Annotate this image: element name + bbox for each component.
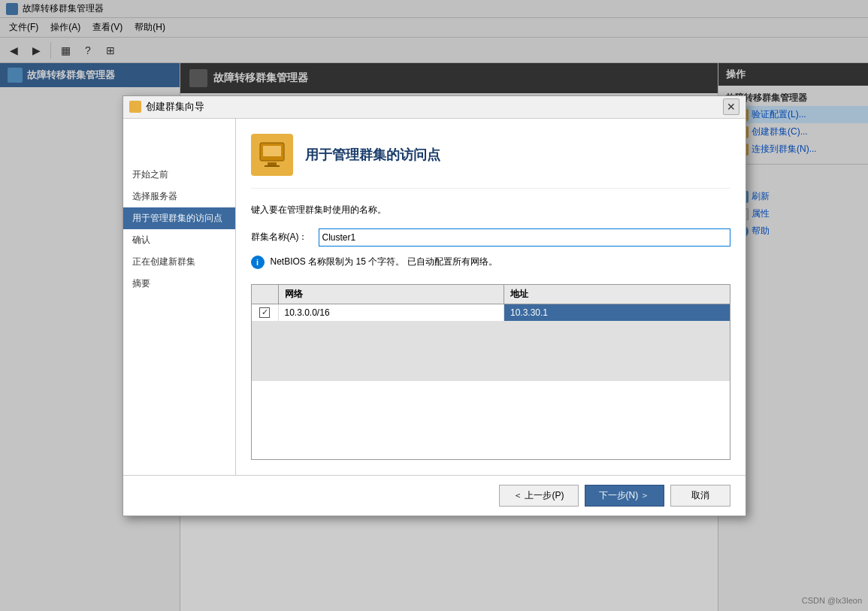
- dialog-titlebar-icon: [129, 101, 141, 113]
- dialog-content-area: 用于管理群集的访问点 键入要在管理群集时使用的名称。 群集名称(A)： i Ne…: [236, 119, 746, 475]
- dialog: 创建群集向导 ✕ 开始之前 选择服务器 用于管理群集的访问点 确认 正在创建新群…: [122, 95, 746, 516]
- cluster-name-input[interactable]: [319, 228, 730, 247]
- network-row-address-0[interactable]: 10.3.30.1: [504, 304, 730, 321]
- cluster-name-label: 群集名称(A)：: [251, 231, 319, 243]
- dialog-titlebar-text: 创建群集向导: [146, 100, 204, 113]
- network-table-check-header: [252, 285, 279, 304]
- info-box: i NetBIOS 名称限制为 15 个字符。 已自动配置所有网络。: [251, 256, 730, 269]
- dialog-titlebar: 创建群集向导 ✕: [123, 96, 746, 119]
- dialog-hero-icon: [251, 134, 293, 176]
- sidebar-item-creating[interactable]: 正在创建新群集: [123, 251, 235, 273]
- network-table-header: 网络 地址: [252, 285, 730, 304]
- dialog-footer: ＜ 上一步(P) 下一步(N) ＞ 取消: [123, 475, 746, 516]
- svg-rect-6: [265, 165, 280, 167]
- network-row-network-0: 10.3.0.0/16: [279, 304, 505, 321]
- network-row-check-0[interactable]: [252, 304, 279, 321]
- dialog-hero-title: 用于管理群集的访问点: [305, 146, 440, 164]
- dialog-overlay: 创建群集向导 ✕ 开始之前 选择服务器 用于管理群集的访问点 确认 正在创建新群…: [0, 0, 868, 611]
- network-table-row-0[interactable]: 10.3.0.0/16 10.3.30.1: [252, 304, 730, 321]
- prev-button[interactable]: ＜ 上一步(P): [499, 485, 578, 507]
- svg-rect-5: [268, 162, 277, 165]
- svg-rect-4: [263, 146, 281, 156]
- info-text: NetBIOS 名称限制为 15 个字符。 已自动配置所有网络。: [271, 256, 498, 268]
- sidebar-item-select-server[interactable]: 选择服务器: [123, 186, 235, 207]
- network-table-container: 网络 地址 10.3.0.0/16 10.3.30.1: [251, 284, 730, 460]
- dialog-description: 键入要在管理群集时使用的名称。: [251, 204, 730, 216]
- dialog-hero: 用于管理群集的访问点: [251, 119, 730, 189]
- network-table-empty: [252, 321, 730, 381]
- checkbox-0[interactable]: [259, 307, 270, 318]
- sidebar-item-access-point[interactable]: 用于管理群集的访问点: [123, 207, 235, 229]
- address-col-header: 地址: [504, 285, 730, 304]
- sidebar-item-confirm[interactable]: 确认: [123, 229, 235, 251]
- dialog-close-button[interactable]: ✕: [723, 98, 739, 115]
- next-button[interactable]: 下一步(N) ＞: [585, 485, 664, 507]
- sidebar-item-summary[interactable]: 摘要: [123, 273, 235, 295]
- network-col-header: 网络: [279, 285, 505, 304]
- dialog-titlebar-left: 创建群集向导: [129, 100, 204, 113]
- dialog-sidebar: 开始之前 选择服务器 用于管理群集的访问点 确认 正在创建新群集 摘要: [123, 119, 236, 475]
- sidebar-item-access-point-label: 用于管理群集的访问点: [132, 213, 222, 223]
- info-icon: i: [251, 256, 265, 269]
- sidebar-item-start[interactable]: 开始之前: [123, 164, 235, 186]
- cancel-button[interactable]: 取消: [670, 485, 730, 507]
- cluster-name-row: 群集名称(A)：: [251, 228, 730, 247]
- dialog-body: 开始之前 选择服务器 用于管理群集的访问点 确认 正在创建新群集 摘要: [123, 119, 746, 475]
